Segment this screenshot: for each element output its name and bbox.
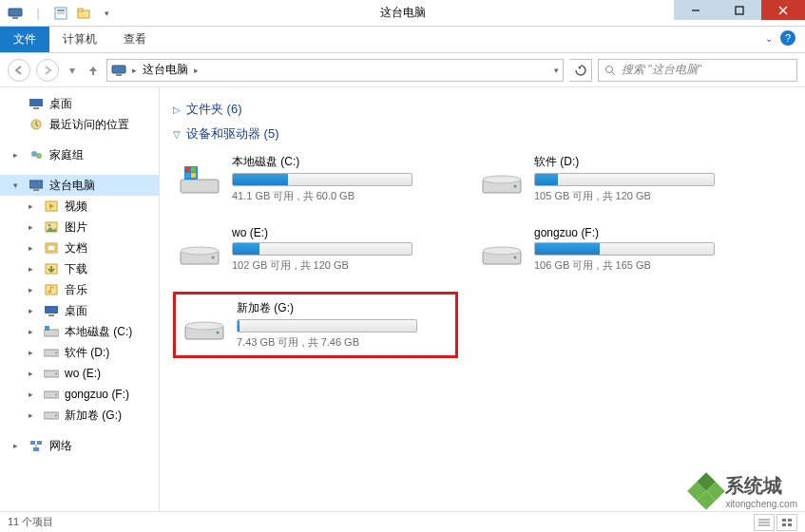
minimize-button[interactable]	[674, 0, 718, 20]
section-devices[interactable]: ▽ 设备和驱动器 (5)	[173, 125, 792, 142]
drive-meta: 106 GB 可用 , 共 165 GB	[534, 258, 757, 273]
video-icon	[44, 199, 59, 214]
forward-button[interactable]	[36, 59, 59, 82]
svg-rect-33	[44, 330, 59, 336]
sidebar-item-drive-10[interactable]: ▸新加卷 (G:)	[0, 405, 159, 426]
svg-point-58	[181, 247, 219, 255]
tab-file[interactable]: 文件	[0, 27, 49, 52]
svg-rect-21	[33, 189, 39, 191]
tree-group-favorites: 桌面 最近访问的位置	[0, 93, 159, 135]
properties-icon[interactable]	[51, 4, 70, 23]
sidebar-item-music-4[interactable]: ▸音乐	[0, 279, 159, 300]
tab-view[interactable]: 查看	[110, 27, 160, 52]
icons-view-button[interactable]	[776, 514, 797, 531]
sidebar-item-label: wo (E:)	[65, 367, 101, 380]
drive-name: 软件 (D:)	[534, 154, 757, 170]
drive-meta: 105 GB 可用 , 共 120 GB	[534, 189, 757, 203]
chevron-right-icon[interactable]: ▸	[13, 150, 23, 160]
svg-point-64	[185, 322, 223, 330]
close-button[interactable]	[761, 0, 805, 20]
sidebar-item-pictures-1[interactable]: ▸图片	[0, 217, 159, 238]
sidebar-item-label: gongzuo (F:)	[65, 388, 129, 401]
sidebar-item-this-pc[interactable]: ▾ 这台电脑	[0, 175, 159, 196]
expand-ribbon-icon[interactable]: ⌄	[765, 33, 773, 44]
svg-line-9	[779, 7, 787, 14]
status-item-count: 11 个项目	[8, 515, 53, 529]
svg-point-62	[514, 256, 517, 258]
computer-icon	[111, 64, 126, 77]
sidebar-item-downloads-3[interactable]: ▸下载	[0, 258, 159, 279]
drive-usage-bar	[232, 242, 412, 256]
network-icon	[29, 438, 44, 453]
maximize-button[interactable]	[718, 0, 761, 20]
up-button[interactable]	[86, 63, 101, 78]
sidebar-item-drive-7[interactable]: ▸软件 (D:)	[0, 342, 159, 363]
svg-rect-31	[45, 306, 58, 314]
drive-item[interactable]: wo (E:)102 GB 可用 , 共 120 GB	[173, 222, 458, 276]
drive-item[interactable]: gongzuo (F:)106 GB 可用 , 共 165 GB	[475, 222, 760, 276]
pictures-icon	[44, 219, 59, 235]
svg-rect-0	[9, 9, 22, 16]
svg-rect-1	[12, 17, 18, 19]
back-button[interactable]	[8, 59, 30, 82]
svg-rect-47	[181, 180, 219, 193]
desktop-icon	[29, 96, 44, 111]
drive-icon	[44, 387, 59, 402]
chevron-down-icon[interactable]: ▾	[554, 66, 559, 75]
tree-group-homegroup: ▸ 家庭组	[0, 144, 159, 165]
sidebar-item-label: 这台电脑	[49, 178, 95, 194]
recent-locations-icon[interactable]: ▾	[65, 63, 80, 78]
svg-rect-53	[191, 173, 196, 178]
sidebar-item-label: 软件 (D:)	[65, 345, 109, 361]
sidebar-item-drive-8[interactable]: ▸wo (E:)	[0, 363, 159, 384]
drive-meta: 41.1 GB 可用 , 共 60.0 GB	[232, 189, 454, 203]
svg-point-19	[36, 153, 42, 159]
chevron-right-icon[interactable]: ▸	[194, 66, 199, 75]
svg-point-38	[55, 373, 57, 375]
address-bar[interactable]: ▸ 这台电脑 ▸ ▾	[106, 59, 564, 82]
drive-name: 新加卷 (G:)	[237, 300, 450, 316]
drive-icon	[177, 232, 222, 268]
search-input[interactable]: 搜索 "这台电脑"	[598, 59, 797, 82]
section-label: 文件夹 (6)	[186, 101, 242, 118]
sidebar-item-drive-9[interactable]: ▸gongzuo (F:)	[0, 384, 159, 405]
sidebar-item-label: 最近访问的位置	[49, 117, 129, 133]
svg-rect-11	[112, 66, 125, 73]
svg-rect-20	[29, 180, 43, 188]
sidebar-item-network[interactable]: ▸ 网络	[0, 435, 159, 456]
details-view-button[interactable]	[754, 514, 775, 531]
chevron-down-icon[interactable]: ▾	[13, 180, 23, 190]
drive-item[interactable]: 新加卷 (G:)7.43 GB 可用 , 共 7.46 GB	[173, 292, 458, 358]
svg-rect-12	[116, 74, 122, 76]
refresh-button[interactable]	[569, 59, 592, 82]
breadcrumb-segment[interactable]: 这台电脑	[143, 62, 188, 78]
svg-point-40	[55, 394, 57, 396]
sidebar-item-recent[interactable]: 最近访问的位置	[0, 114, 159, 135]
drive-item[interactable]: 软件 (D:)105 GB 可用 , 共 120 GB	[475, 150, 760, 207]
tree-group-this-pc: ▾ 这台电脑 ▸视频▸图片▸文档▸下载▸音乐▸桌面▸本地磁盘 (C:)▸软件 (…	[0, 175, 159, 426]
window-controls	[674, 0, 805, 20]
sidebar-item-desktop-5[interactable]: ▸桌面	[0, 300, 159, 321]
downloads-icon	[44, 261, 59, 276]
chevron-right-icon[interactable]: ▸	[132, 66, 137, 75]
drive-name: wo (E:)	[232, 226, 454, 239]
new-folder-icon[interactable]	[74, 4, 93, 23]
drive-meta: 7.43 GB 可用 , 共 7.46 GB	[237, 335, 450, 350]
watermark: 系统城 xitongcheng.com	[693, 473, 797, 509]
sidebar-item-drive-os-6[interactable]: ▸本地磁盘 (C:)	[0, 321, 159, 342]
qat-separator: |	[29, 4, 48, 23]
sidebar-item-desktop[interactable]: 桌面	[0, 93, 159, 114]
chevron-right-icon[interactable]: ▸	[13, 441, 23, 450]
section-folders[interactable]: ▷ 文件夹 (6)	[173, 101, 792, 118]
svg-rect-51	[191, 167, 196, 172]
chevron-down-icon[interactable]: ▾	[97, 4, 116, 23]
sidebar-item-video-0[interactable]: ▸视频	[0, 196, 159, 217]
watermark-text: 系统城	[725, 475, 782, 496]
help-icon[interactable]: ?	[780, 30, 795, 46]
svg-rect-50	[185, 167, 190, 172]
drive-item[interactable]: 本地磁盘 (C:)41.1 GB 可用 , 共 60.0 GB	[173, 150, 458, 207]
view-toggles	[754, 514, 797, 531]
sidebar-item-homegroup[interactable]: ▸ 家庭组	[0, 144, 159, 165]
tab-computer[interactable]: 计算机	[49, 27, 110, 52]
sidebar-item-documents-2[interactable]: ▸文档	[0, 238, 159, 258]
